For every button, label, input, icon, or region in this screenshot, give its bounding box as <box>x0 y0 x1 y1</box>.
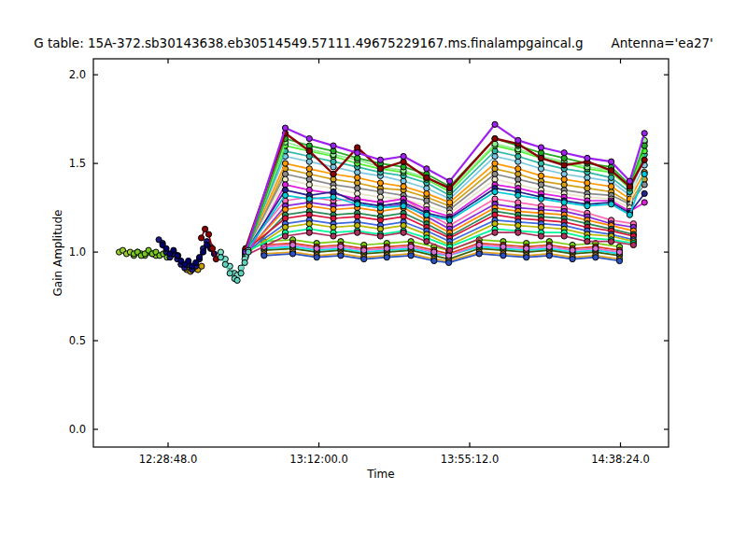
data-point <box>401 184 406 189</box>
data-point <box>546 253 552 259</box>
data-point <box>377 157 383 162</box>
data-point <box>193 259 199 265</box>
data-point <box>377 233 383 239</box>
data-point <box>515 166 521 172</box>
data-point <box>546 244 552 249</box>
plot-title: G table: 15A-372.sb30143638.eb30514549.5… <box>0 35 747 50</box>
data-point <box>515 230 521 235</box>
data-point <box>447 186 453 191</box>
data-point <box>609 184 614 189</box>
data-point <box>431 249 437 255</box>
data-point <box>205 231 211 237</box>
data-point <box>377 166 383 172</box>
data-point <box>476 242 482 247</box>
data-point <box>515 137 521 143</box>
data-point <box>524 255 529 260</box>
data-point <box>585 203 590 209</box>
data-point <box>446 259 452 265</box>
data-point <box>314 255 319 260</box>
data-point <box>609 202 614 207</box>
data-point <box>408 253 414 259</box>
data-point <box>561 150 567 156</box>
data-point <box>492 161 498 166</box>
data-point <box>331 143 336 148</box>
data-point <box>492 230 498 235</box>
data-point <box>500 244 506 249</box>
data-point <box>306 196 312 202</box>
data-point <box>331 171 336 176</box>
data-point <box>306 135 312 141</box>
data-point <box>585 239 590 245</box>
data-point <box>538 233 543 239</box>
data-point <box>197 255 203 260</box>
data-point <box>627 178 632 184</box>
data-point <box>355 230 360 235</box>
data-point <box>476 251 482 257</box>
plotcal-figure: G table: 15A-372.sb30143638.eb30514549.5… <box>0 0 747 560</box>
data-point <box>538 196 543 202</box>
data-point <box>355 150 360 156</box>
y-tick-label: 0.5 <box>69 334 86 347</box>
data-point <box>538 173 543 178</box>
data-point <box>609 239 614 245</box>
data-point <box>538 145 543 150</box>
data-point <box>561 176 567 182</box>
data-point <box>408 244 414 249</box>
data-point <box>282 161 288 166</box>
data-point <box>289 251 295 257</box>
data-point <box>500 253 506 259</box>
data-point <box>424 239 430 245</box>
y-tick-label: 1.0 <box>69 245 86 259</box>
data-point <box>314 245 319 251</box>
data-point <box>609 168 614 174</box>
data-point <box>492 135 498 141</box>
data-point <box>424 166 430 172</box>
data-point <box>227 271 233 276</box>
data-point <box>377 180 383 186</box>
data-point <box>331 194 336 200</box>
data-point <box>222 261 228 267</box>
data-point <box>331 233 336 239</box>
data-point <box>199 235 204 241</box>
data-point <box>401 153 406 159</box>
antenna-label: Antenna='ea27' <box>612 35 713 50</box>
data-point <box>570 257 575 262</box>
x-tick-label: 14:38:24.0 <box>591 453 650 466</box>
data-point <box>234 277 240 283</box>
data-point <box>218 255 223 260</box>
data-point <box>246 249 251 255</box>
y-axis-label: Gain Amplitude <box>51 210 64 297</box>
data-point <box>616 258 622 263</box>
data-point <box>561 233 567 239</box>
data-point <box>538 155 543 161</box>
data-point <box>641 200 647 205</box>
data-point <box>361 247 367 253</box>
data-point <box>175 253 180 259</box>
y-tick-label: 0.0 <box>69 423 86 436</box>
y-tick-label: 2.0 <box>69 68 86 81</box>
x-tick-label: 13:12:00.0 <box>289 453 348 466</box>
data-point <box>424 190 430 196</box>
data-point <box>641 143 647 148</box>
data-point <box>199 263 204 269</box>
data-point <box>261 253 267 259</box>
data-point <box>492 121 498 127</box>
data-point <box>593 255 599 260</box>
data-point <box>641 131 647 136</box>
data-point <box>641 182 647 188</box>
data-point <box>401 203 406 209</box>
data-point <box>306 166 312 172</box>
data-point <box>447 247 453 253</box>
data-point <box>203 226 208 231</box>
data-point <box>630 242 636 247</box>
data-point <box>401 230 406 235</box>
data-point <box>282 125 288 131</box>
data-point <box>424 175 430 180</box>
data-point <box>238 271 244 276</box>
data-point <box>289 242 295 247</box>
data-point <box>524 245 529 251</box>
data-point <box>186 258 191 263</box>
data-point <box>384 255 389 260</box>
data-point <box>570 247 575 253</box>
data-point <box>209 245 215 251</box>
